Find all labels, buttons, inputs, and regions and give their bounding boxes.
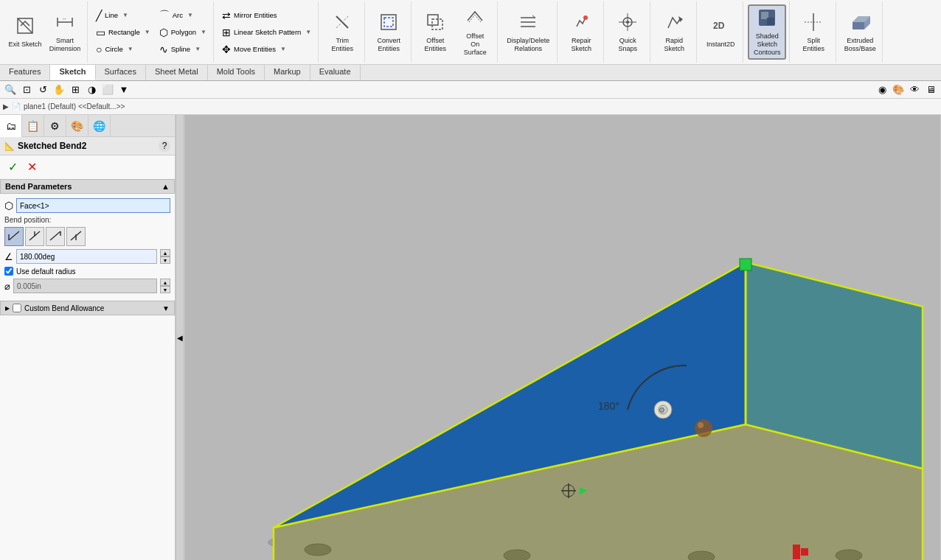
quick-snaps-label: Quick Snaps <box>611 37 645 53</box>
bend-parameters-header[interactable]: Bend Parameters ▲ <box>0 179 175 194</box>
extruded-boss-base-button[interactable]: Extruded Boss/Base <box>841 6 879 59</box>
hide-show-button[interactable]: ◉ <box>875 83 889 97</box>
offset-on-surface-button[interactable]: OffsetOnSurface <box>456 5 494 58</box>
svg-text:↔: ↔ <box>62 16 67 21</box>
rectangle-button[interactable]: ▭ Rectangle ▼ <box>92 24 154 41</box>
linear-sketch-pattern-button[interactable]: ⊞ Linear Sketch Pattern ▼ <box>218 24 315 41</box>
angle-decrement-button[interactable]: ▼ <box>160 256 170 264</box>
bend-parameters-label: Bend Parameters <box>5 182 72 191</box>
svg-point-44 <box>504 550 530 560</box>
tab-sketch[interactable]: Sketch <box>50 65 95 80</box>
arc-button[interactable]: ⌒ Arc ▼ <box>156 7 210 24</box>
instant2d-icon: 2D <box>710 15 731 39</box>
panel-tab-appearance[interactable]: 🎨 <box>66 115 88 137</box>
zoom-area-button[interactable]: 🔍 <box>3 83 18 97</box>
shaded-sketch-contours-button[interactable]: Shaded Sketch Contours <box>748 4 786 59</box>
offset-on-surface-label: OffsetOnSurface <box>464 32 487 56</box>
pan-button[interactable]: ✋ <box>52 83 66 97</box>
angle-input[interactable] <box>16 249 157 264</box>
offset-entities-icon <box>425 12 445 35</box>
rectangle-label: Rectangle <box>108 28 140 36</box>
move-entities-button[interactable]: ✥ Move Entities ▼ <box>218 41 315 57</box>
smart-dimension-button[interactable]: ↔ Smart Dimension <box>46 6 84 59</box>
confirm-button[interactable]: ✓ <box>4 158 21 175</box>
radius-decrement-button[interactable]: ▼ <box>160 286 170 293</box>
mirror-entities-button[interactable]: ⇄ Mirror Entities <box>218 7 315 24</box>
toolbar-group-quick-snaps: Quick Snaps <box>605 1 650 63</box>
use-default-radius-checkbox[interactable] <box>4 267 13 276</box>
view-display-button[interactable]: 👁 <box>907 83 922 97</box>
mirror-entities-icon: ⇄ <box>222 10 231 21</box>
line-button[interactable]: ╱ Line ▼ <box>92 7 154 24</box>
face-input[interactable] <box>16 198 170 213</box>
viewport[interactable]: 180° ⚙ <box>184 115 941 560</box>
section-view-button[interactable]: ⊞ <box>68 83 83 97</box>
convert-entities-button[interactable]: Convert Entities <box>369 6 408 59</box>
trim-entities-button[interactable]: TrimEntities <box>323 6 361 59</box>
arc-label: Arc <box>173 11 183 19</box>
tab-mold-tools[interactable]: Mold Tools <box>208 65 265 80</box>
custom-bend-allowance-section[interactable]: ▶ Custom Bend Allowance ▼ <box>0 301 175 315</box>
repair-sketch-button[interactable]: Repair Sketch <box>562 6 600 59</box>
panel-help-icon[interactable]: ? <box>159 140 170 152</box>
svg-rect-10 <box>428 15 438 25</box>
quick-snaps-button[interactable]: Quick Snaps <box>608 6 647 59</box>
circle-button[interactable]: ○ Circle ▼ <box>92 41 154 57</box>
tab-sheet-metal[interactable]: Sheet Metal <box>146 65 208 80</box>
panel-tab-property-mgr[interactable]: 📋 <box>22 115 44 137</box>
svg-line-31 <box>9 231 19 240</box>
mirror-entities-label: Mirror Entities <box>234 11 277 19</box>
monitor-button[interactable]: 🖥 <box>923 83 938 97</box>
draw-tools: ╱ Line ▼ ▭ Rectangle ▼ ○ Circle ▼ <box>92 7 154 57</box>
tab-surfaces[interactable]: Surfaces <box>96 65 146 80</box>
tab-markup[interactable]: Markup <box>265 65 310 80</box>
panel-tab-config-mgr[interactable]: ⚙ <box>44 115 66 137</box>
smart-dimension-label: Smart Dimension <box>48 37 82 53</box>
breadcrumb-arrow[interactable]: ▶ <box>3 102 9 111</box>
rapid-sketch-button[interactable]: Rapid Sketch <box>655 6 693 59</box>
spline-button[interactable]: ∿ Spline ▼ <box>156 41 210 57</box>
angle-row: ∠ ▲ ▼ <box>4 249 170 264</box>
display-delete-relations-button[interactable]: Display/DeleteRelations <box>502 6 554 59</box>
line-label: Line <box>105 11 118 19</box>
custom-bend-allowance-checkbox[interactable] <box>13 304 21 312</box>
view-more-button[interactable]: ▼ <box>117 83 131 97</box>
display-style-button[interactable]: ◑ <box>84 83 99 97</box>
polygon-button[interactable]: ⬡ Polygon ▼ <box>156 24 210 41</box>
breadcrumb: ▶ 📄 plane1 (Default) <<Default...>> <box>0 99 941 115</box>
instant2d-button[interactable]: 2D Instant2D <box>701 6 740 59</box>
tab-features[interactable]: Features <box>0 65 50 80</box>
panel-title-bar: 📐 Sketched Bend2 ? <box>0 137 175 155</box>
bend-pos-btn-4[interactable] <box>66 227 86 246</box>
offset-entities-button[interactable]: OffsetEntities <box>416 6 454 59</box>
toolbar-group-repair: Repair Sketch <box>559 1 604 63</box>
panel-collapse-handle[interactable]: ◀ <box>176 115 184 560</box>
panel-tab-feature-mgr[interactable]: 🗂 <box>0 115 22 137</box>
bend-pos-btn-3[interactable] <box>46 227 65 246</box>
split-entities-button[interactable]: Split Entities <box>794 6 833 59</box>
bend-position-buttons <box>4 227 170 246</box>
radius-increment-button[interactable]: ▲ <box>160 279 170 286</box>
bend-pos-btn-2[interactable] <box>25 227 44 246</box>
spline-label: Spline <box>171 45 190 53</box>
rotate-button[interactable]: ↺ <box>35 83 50 97</box>
panel-tab-scene[interactable]: 🌐 <box>88 115 111 137</box>
split-entities-icon <box>803 12 824 35</box>
exit-sketch-button[interactable]: Exit Sketch <box>6 6 44 59</box>
zoom-ext-button[interactable]: ⊡ <box>19 83 34 97</box>
convert-entities-label: Convert Entities <box>372 37 406 53</box>
use-default-radius-label: Use default radius <box>16 267 76 276</box>
view-orientation-button[interactable]: ⬜ <box>100 83 115 97</box>
bend-pos-btn-1[interactable] <box>4 227 24 246</box>
svg-point-46 <box>836 550 862 560</box>
cancel-button[interactable]: ✕ <box>24 158 40 175</box>
collapse-arrow-icon: ◀ <box>177 334 183 342</box>
tab-evaluate[interactable]: Evaluate <box>310 65 361 80</box>
edit-appearance-button[interactable]: 🎨 <box>891 83 906 97</box>
angle-increment-button[interactable]: ▲ <box>160 249 170 256</box>
panel-icon: 📐 <box>4 141 15 151</box>
display-delete-relations-label: Display/DeleteRelations <box>507 37 549 53</box>
breadcrumb-icon: 📄 <box>12 102 21 111</box>
svg-point-64 <box>698 422 704 428</box>
svg-rect-55 <box>801 548 808 556</box>
